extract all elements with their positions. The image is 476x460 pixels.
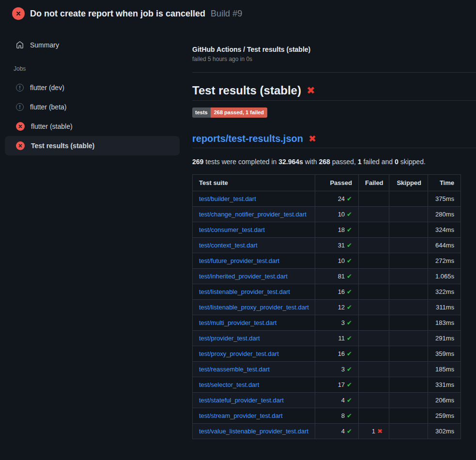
sidebar: Summary Jobs ! flutter (dev) ! [0,27,184,155]
failed-cell: ✖ [359,222,389,238]
skipped-cell [389,300,428,315]
failed-cell: ✖ [359,300,389,315]
sidebar-job-item[interactable]: ! Test results (stable) [5,136,180,155]
check-run-header: Do not create report when job is cancell… [0,0,476,27]
cross-icon: ✖ [377,428,383,435]
table-row: test/reassemble_test.dart 3✔ ✖ 185ms [193,362,461,377]
skipped-cell [389,377,428,393]
sidebar-item-summary[interactable]: Summary [5,35,180,55]
passed-cell: 3✔ [315,362,359,377]
failed-cell: ✖ [359,238,389,253]
test-suite-link[interactable]: test/change_notifier_provider_test.dart [199,211,307,218]
time-cell: 302ms [428,424,461,439]
page-body: Summary Jobs ! flutter (dev) ! [0,27,476,439]
test-suite-link[interactable]: test/provider_test.dart [199,335,260,342]
failed-cell: ✖ [359,393,389,408]
test-suite-link[interactable]: test/future_provider_test.dart [199,257,279,264]
cancelled-icon: ! [16,103,24,111]
col-time: Time [428,175,461,191]
col-failed: Failed [359,175,389,191]
failed-cell: ✖ [359,191,389,207]
test-suite-link[interactable]: test/consumer_test.dart [199,226,265,233]
failed-cell: ✖ [359,346,389,362]
test-suite-link[interactable]: test/proxy_provider_test.dart [199,350,279,357]
passed-cell: 18✔ [315,222,359,238]
failed-cell: ✖ [359,207,389,222]
test-suite-link[interactable]: test/listenable_proxy_provider_test.dart [199,304,309,311]
section-title: Test results (stable) [192,83,301,98]
test-suite-link[interactable]: test/context_test.dart [199,242,258,249]
section-heading: Test results (stable) ✖ [192,83,476,101]
skipped-cell [389,346,428,362]
table-row: test/context_test.dart 31✔ ✖ 644ms [193,238,461,253]
col-skipped: Skipped [389,175,428,191]
sidebar-job-label: flutter (beta) [30,103,66,111]
passed-cell: 10✔ [315,253,359,269]
table-row: test/multi_provider_test.dart 3✔ ✖ 183ms [193,315,461,331]
page-title: Do not create report when job is cancell… [30,9,242,19]
sidebar-job-item[interactable]: ! flutter (beta) [5,97,180,117]
failed-cell: ✖ [359,315,389,331]
check-icon: ✔ [347,397,352,404]
check-icon: ✔ [347,195,352,202]
test-suite-link[interactable]: test/value_listenable_provider_test.dart [199,428,308,435]
test-suite-link[interactable]: test/reassemble_test.dart [199,366,270,373]
badge-value: 268 passed, 1 failed [211,107,267,118]
skipped-count: 0 [395,158,399,166]
jobs-list: ! flutter (dev) ! flutter (beta) ! [0,78,184,155]
sidebar-job-label: Test results (stable) [31,142,94,150]
skipped-cell [389,284,428,300]
test-suite-link[interactable]: test/stream_provider_test.dart [199,412,283,419]
table-row: test/value_listenable_provider_test.dart… [193,424,461,439]
duration: 32.964s [278,158,303,166]
time-cell: 644ms [428,238,461,253]
results-summary: 269 tests were completed in 32.964s with… [192,158,476,166]
table-row: test/future_provider_test.dart 10✔ ✖ 272… [193,253,461,269]
report-file-link[interactable]: reports/test-results.json [192,132,303,145]
passed-cell: 16✔ [315,346,359,362]
test-suite-link[interactable]: test/builder_test.dart [199,195,256,202]
sidebar-job-label: flutter (stable) [31,123,73,130]
failed-cross-icon: ✖ [307,86,315,96]
test-results-table: Test suite Passed Failed Skipped Time te… [192,174,461,439]
passed-cell: 8✔ [315,408,359,424]
passed-cell: 24✔ [315,191,359,207]
build-number: Build #9 [211,9,242,18]
skipped-cell [389,269,428,284]
table-row: test/provider_test.dart 11✔ ✖ 291ms [193,331,461,346]
col-passed: Passed [315,175,359,191]
run-status-text: failed 5 hours ago in 0s [192,56,476,62]
failed-cell: ✖ [359,269,389,284]
table-row: test/inherited_provider_test.dart 81✔ ✖ … [193,269,461,284]
failed-cell: 1✖ [359,424,389,439]
failed-cell: ✖ [359,362,389,377]
failed-status-icon [12,7,25,20]
table-row: test/listenable_proxy_provider_test.dart… [193,300,461,315]
passed-cell: 4✔ [315,393,359,408]
skipped-cell [389,393,428,408]
skipped-cell [389,253,428,269]
sidebar-job-item[interactable]: ! flutter (dev) [5,78,180,97]
test-suite-link[interactable]: test/selector_test.dart [199,381,259,388]
passed-count: 268 [319,158,330,166]
sidebar-job-item[interactable]: ! flutter (stable) [5,117,180,136]
skipped-cell [389,362,428,377]
check-icon: ✔ [347,335,352,342]
time-cell: 183ms [428,315,461,331]
check-run-title: Do not create report when job is cancell… [30,9,205,18]
skipped-cell [389,222,428,238]
test-suite-link[interactable]: test/stateful_provider_test.dart [199,397,284,404]
check-icon: ✔ [347,366,352,373]
test-suite-link[interactable]: test/multi_provider_test.dart [199,319,276,326]
breadcrumb: GitHub Actions / Test results (stable) [192,46,476,53]
test-suite-link[interactable]: test/listenable_provider_test.dart [199,288,290,295]
failed-icon [16,122,25,131]
check-icon: ✔ [347,319,352,326]
test-suite-link[interactable]: test/inherited_provider_test.dart [199,273,288,280]
home-icon [16,41,24,49]
time-cell: 280ms [428,207,461,222]
passed-cell: 4✔ [315,424,359,439]
passed-cell: 11✔ [315,331,359,346]
badge-label: tests [192,107,211,118]
col-test-suite: Test suite [193,175,315,191]
